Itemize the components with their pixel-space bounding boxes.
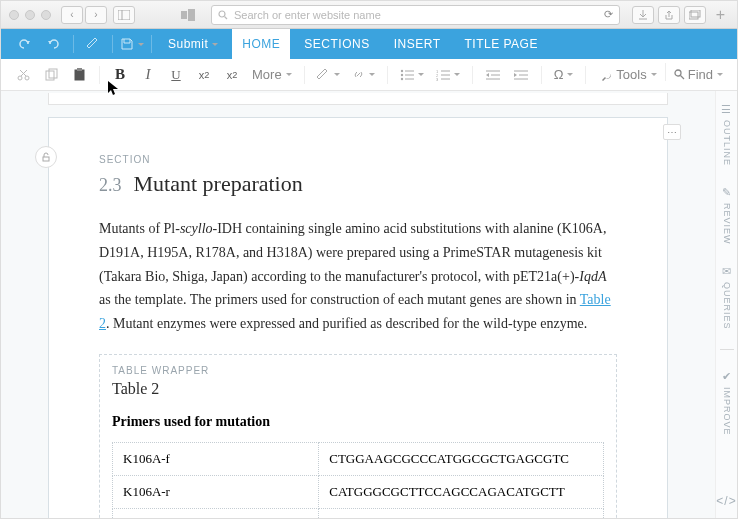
svg-rect-34: [43, 157, 49, 161]
back-button[interactable]: ‹: [61, 6, 83, 24]
document-workspace[interactable]: ⋯ SECTION 2.3 Mutant preparation Mutants…: [1, 91, 715, 518]
minimize-dot[interactable]: [25, 10, 35, 20]
scissors-icon: [17, 68, 30, 81]
svg-point-18: [400, 77, 402, 79]
tab-home[interactable]: HOME: [232, 29, 290, 59]
tab-sections[interactable]: SECTIONS: [294, 29, 379, 59]
panel-icon: [118, 10, 130, 20]
copy-icon: [45, 68, 58, 81]
section-title[interactable]: Mutant preparation: [134, 171, 303, 197]
outline-icon: ☰: [721, 103, 732, 116]
review-icon: ✎: [722, 186, 732, 199]
improve-tab[interactable]: ✔IMPROVE: [722, 370, 732, 436]
downloads-button[interactable]: [632, 6, 654, 24]
ribbon-bar: Submit HOME SECTIONS INSERT TITLE PAGE: [1, 29, 737, 59]
redo-icon: [47, 37, 61, 51]
table-caption[interactable]: Primers used for mutation: [112, 414, 604, 430]
italic-button[interactable]: I: [136, 63, 160, 87]
indent-button[interactable]: [509, 63, 533, 87]
close-dot[interactable]: [9, 10, 19, 20]
queries-icon: ✉: [722, 265, 732, 278]
lock-indicator[interactable]: [35, 146, 57, 168]
numbering-button[interactable]: 123: [432, 63, 464, 87]
svg-rect-6: [689, 12, 698, 19]
brush-button[interactable]: [80, 33, 106, 55]
zoom-dot[interactable]: [41, 10, 51, 20]
tabs-button[interactable]: [684, 6, 706, 24]
sidebar-toggle[interactable]: [113, 6, 135, 24]
review-tab[interactable]: ✎REVIEW: [722, 186, 732, 245]
section-number: 2.3: [99, 175, 122, 196]
find-menu[interactable]: Find: [670, 63, 727, 87]
table-wrapper[interactable]: TABLE WRAPPER Table 2 Primers used for m…: [99, 354, 617, 518]
highlighter-icon: [317, 68, 330, 81]
bullets-icon: [400, 69, 414, 81]
indent-icon: [514, 69, 528, 81]
reader-button[interactable]: [177, 6, 199, 24]
svg-rect-2: [181, 11, 187, 19]
symbol-button[interactable]: Ω: [550, 63, 578, 87]
table-row: K106A-rCATGGGCGCTTCCAGCCAGACATGCTT: [113, 475, 604, 508]
svg-rect-10: [46, 71, 54, 80]
paste-button[interactable]: [67, 63, 91, 87]
new-tab-button[interactable]: +: [712, 6, 729, 24]
bullets-button[interactable]: [396, 63, 428, 87]
tools-menu[interactable]: Tools: [597, 63, 660, 87]
search-icon: [218, 10, 228, 20]
reload-icon[interactable]: ⟳: [604, 8, 613, 21]
tab-insert[interactable]: INSERT: [384, 29, 451, 59]
outdent-button[interactable]: [481, 63, 505, 87]
more-formatting-menu[interactable]: More: [248, 63, 296, 87]
search-icon: [674, 69, 685, 80]
body-paragraph[interactable]: Mutants of Pl-scyllo-IDH containing sing…: [99, 217, 617, 336]
share-icon: [664, 10, 674, 20]
svg-point-16: [400, 73, 402, 75]
submit-menu[interactable]: Submit: [158, 29, 228, 59]
undo-button[interactable]: [11, 33, 37, 55]
primers-table[interactable]: K106A-fCTGGAAGCGCCCATGGCGCTGAGCGTC K106A…: [112, 442, 604, 518]
browser-chrome: ‹ › Search or enter website name ⟳ +: [1, 1, 737, 29]
sidebar-divider: [720, 349, 734, 350]
link-icon: [352, 68, 365, 81]
link-button[interactable]: [348, 63, 379, 87]
forward-button[interactable]: ›: [85, 6, 107, 24]
subscript-button[interactable]: x2: [192, 63, 216, 87]
save-button[interactable]: [119, 33, 145, 55]
highlight-button[interactable]: [313, 63, 344, 87]
superscript-button[interactable]: x2: [220, 63, 244, 87]
previous-page-edge: [48, 93, 668, 105]
window-controls: [9, 10, 51, 20]
right-sidebar: ☰OUTLINE ✎REVIEW ✉QUERIES ✔IMPROVE </>: [715, 91, 737, 518]
svg-rect-13: [77, 68, 82, 71]
svg-line-33: [680, 76, 684, 80]
outline-tab[interactable]: ☰OUTLINE: [721, 103, 732, 166]
code-toggle[interactable]: </>: [716, 494, 736, 508]
document-page[interactable]: ⋯ SECTION 2.3 Mutant preparation Mutants…: [48, 117, 668, 518]
table-row: K106A-fCTGGAAGCGCCCATGGCGCTGAGCGTC: [113, 442, 604, 475]
page-controls-toggle[interactable]: ⋯: [663, 124, 681, 140]
table-row: D191A-fCTGGGGGCTCTGGGCTGCCATCTGGTC: [113, 508, 604, 518]
share-button[interactable]: [658, 6, 680, 24]
brush-icon: [86, 37, 100, 51]
section-label: SECTION: [99, 154, 617, 165]
copy-button[interactable]: [39, 63, 63, 87]
numbering-icon: 123: [436, 69, 450, 81]
table-title[interactable]: Table 2: [112, 380, 604, 398]
improve-icon: ✔: [722, 370, 732, 383]
svg-rect-0: [118, 10, 130, 20]
bold-button[interactable]: B: [108, 63, 132, 87]
svg-point-9: [25, 76, 29, 80]
queries-tab[interactable]: ✉QUERIES: [722, 265, 732, 330]
underline-button[interactable]: U: [164, 63, 188, 87]
undo-icon: [17, 37, 31, 51]
cut-button[interactable]: [11, 63, 35, 87]
svg-point-32: [675, 70, 681, 76]
table-wrapper-label: TABLE WRAPPER: [112, 365, 604, 376]
address-bar[interactable]: Search or enter website name ⟳: [211, 5, 620, 25]
svg-point-4: [219, 11, 225, 17]
svg-rect-7: [691, 10, 700, 17]
paste-icon: [73, 68, 86, 81]
redo-button[interactable]: [41, 33, 67, 55]
svg-rect-3: [188, 9, 195, 21]
tab-title-page[interactable]: TITLE PAGE: [455, 29, 548, 59]
